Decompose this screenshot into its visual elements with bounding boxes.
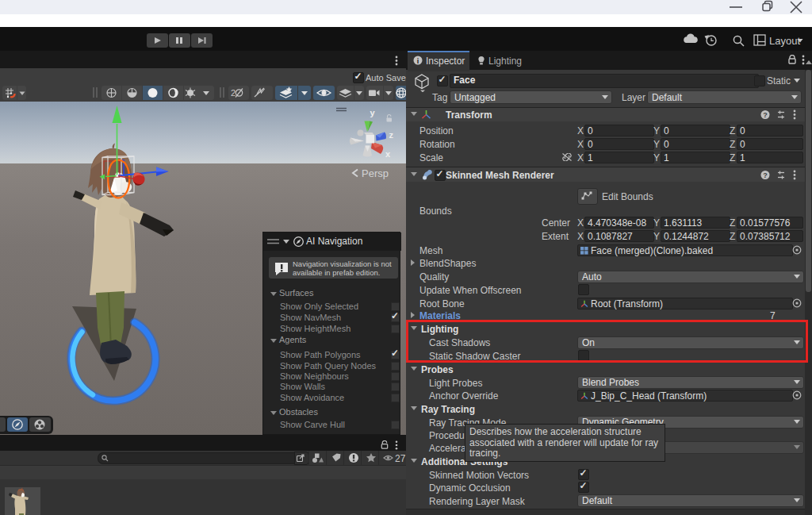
svg-text:Persp: Persp xyxy=(362,167,389,179)
svg-text:2: 2 xyxy=(231,88,236,98)
svg-text:y: y xyxy=(370,108,376,117)
svg-text:i: i xyxy=(417,57,419,65)
svg-text:?: ? xyxy=(763,171,768,179)
svg-text:27: 27 xyxy=(395,453,406,464)
svg-text:?: ? xyxy=(763,111,768,119)
svg-text:Layout: Layout xyxy=(769,35,800,47)
svg-text:x: x xyxy=(385,149,391,159)
svg-text:z: z xyxy=(389,130,394,140)
